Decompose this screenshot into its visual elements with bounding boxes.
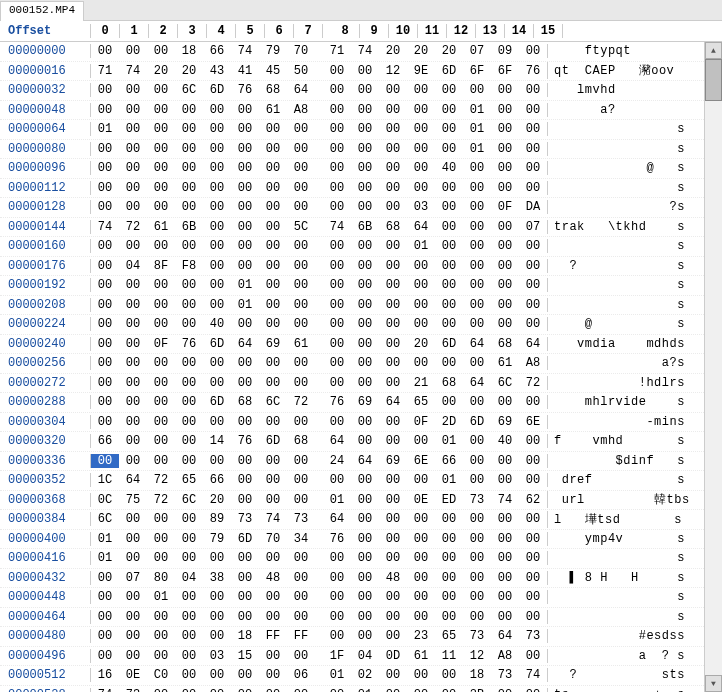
hex-cell[interactable]: 00 [435, 122, 463, 136]
hex-cell[interactable]: 00 [175, 415, 203, 429]
file-tab[interactable]: 000152.MP4 [0, 1, 84, 21]
hex-cell[interactable]: 65 [435, 629, 463, 643]
hex-cell[interactable]: 61 [259, 103, 287, 117]
hex-cell[interactable]: 00 [435, 239, 463, 253]
hex-cell[interactable]: 20 [407, 337, 435, 351]
hex-cell[interactable]: 6D [203, 395, 231, 409]
hex-cell[interactable]: 00 [203, 610, 231, 624]
hex-cell[interactable]: 6C [91, 512, 119, 526]
hex-cell[interactable]: 0F [147, 337, 175, 351]
hex-cell[interactable]: 00 [259, 688, 287, 692]
hex-cell[interactable]: 64 [323, 512, 351, 526]
hex-cell[interactable]: 2B [463, 688, 491, 692]
hex-cell[interactable]: 8F [147, 259, 175, 273]
hex-cell[interactable]: 71 [91, 64, 119, 78]
hex-cell[interactable]: 00 [323, 376, 351, 390]
hex-cell[interactable]: 6C [491, 376, 519, 390]
hex-cell[interactable]: 76 [519, 64, 547, 78]
hex-cell[interactable]: 00 [407, 83, 435, 97]
hex-cell[interactable]: 00 [519, 454, 547, 468]
hex-cell[interactable]: 00 [379, 142, 407, 156]
hex-cell[interactable]: 00 [231, 181, 259, 195]
hex-cell[interactable]: 00 [231, 220, 259, 234]
hex-cell[interactable]: 00 [203, 181, 231, 195]
hex-cell[interactable]: 00 [463, 571, 491, 585]
hex-cell[interactable]: 00 [323, 551, 351, 565]
hex-cell[interactable]: 00 [407, 122, 435, 136]
hex-cell[interactable]: 20 [435, 44, 463, 58]
hex-row[interactable]: 000001447472616B0000005C746B686400000007… [0, 218, 722, 238]
hex-cell[interactable]: 00 [379, 668, 407, 682]
hex-cell[interactable]: 00 [175, 532, 203, 546]
hex-cell[interactable]: 00 [119, 512, 147, 526]
hex-cell[interactable]: 00 [519, 298, 547, 312]
hex-cell[interactable]: 00 [463, 454, 491, 468]
hex-cell[interactable]: 00 [119, 298, 147, 312]
hex-cell[interactable]: 74 [119, 64, 147, 78]
hex-cell[interactable]: 00 [519, 83, 547, 97]
hex-cell[interactable]: 00 [287, 259, 315, 273]
hex-cell[interactable]: 00 [175, 551, 203, 565]
hex-cell[interactable]: 73 [463, 493, 491, 507]
hex-cell[interactable]: 00 [231, 668, 259, 682]
hex-cell[interactable]: 61 [407, 649, 435, 663]
hex-cell[interactable]: 68 [259, 83, 287, 97]
hex-cell[interactable]: 00 [203, 220, 231, 234]
hex-cell[interactable]: 00 [407, 356, 435, 370]
hex-cell[interactable]: 00 [203, 200, 231, 214]
ascii-cell[interactable]: s [547, 278, 722, 292]
hex-cell[interactable]: 00 [435, 668, 463, 682]
hex-cell[interactable]: 00 [491, 181, 519, 195]
hex-cell[interactable]: 66 [203, 44, 231, 58]
hex-cell[interactable]: 00 [287, 142, 315, 156]
hex-cell[interactable]: 74 [519, 668, 547, 682]
hex-cell[interactable]: 00 [407, 571, 435, 585]
hex-cell[interactable]: 00 [147, 161, 175, 175]
hex-cell[interactable]: 70 [259, 532, 287, 546]
hex-cell[interactable]: 00 [351, 83, 379, 97]
hex-cell[interactable]: 00 [435, 532, 463, 546]
hex-cell[interactable]: 00 [351, 629, 379, 643]
hex-cell[interactable]: 65 [407, 395, 435, 409]
hex-cell[interactable]: 00 [407, 532, 435, 546]
hex-cell[interactable]: 01 [407, 239, 435, 253]
hex-cell[interactable]: 00 [147, 298, 175, 312]
hex-cell[interactable]: 00 [407, 512, 435, 526]
hex-cell[interactable]: 00 [91, 181, 119, 195]
hex-cell[interactable]: 00 [119, 454, 147, 468]
hex-cell[interactable]: 07 [519, 220, 547, 234]
hex-cell[interactable]: 20 [147, 64, 175, 78]
hex-cell[interactable]: 00 [91, 376, 119, 390]
hex-cell[interactable]: 01 [91, 122, 119, 136]
hex-cell[interactable]: 6D [203, 83, 231, 97]
hex-cell[interactable]: 00 [231, 122, 259, 136]
hex-cell[interactable]: 00 [351, 512, 379, 526]
hex-cell[interactable]: 00 [259, 122, 287, 136]
hex-cell[interactable]: 00 [435, 512, 463, 526]
hex-cell[interactable]: 03 [407, 200, 435, 214]
hex-cell[interactable]: 00 [379, 298, 407, 312]
hex-cell[interactable]: 00 [323, 103, 351, 117]
hex-cell[interactable]: 00 [463, 239, 491, 253]
hex-cell[interactable]: 00 [287, 571, 315, 585]
hex-cell[interactable]: 5C [287, 220, 315, 234]
hex-cell[interactable]: 64 [463, 337, 491, 351]
hex-cell[interactable]: 00 [287, 551, 315, 565]
hex-cell[interactable]: 00 [463, 434, 491, 448]
ascii-cell[interactable]: mhlrvide s [547, 395, 722, 409]
hex-cell[interactable]: 6D [231, 532, 259, 546]
hex-cell[interactable]: 23 [407, 629, 435, 643]
hex-cell[interactable]: 01 [435, 434, 463, 448]
hex-cell[interactable]: 0F [407, 415, 435, 429]
hex-cell[interactable]: 20 [175, 64, 203, 78]
hex-cell[interactable]: 76 [323, 532, 351, 546]
hex-cell[interactable]: 00 [379, 200, 407, 214]
hex-cell[interactable]: 00 [175, 356, 203, 370]
hex-cell[interactable]: 00 [407, 278, 435, 292]
hex-cell[interactable]: 00 [231, 142, 259, 156]
ascii-cell[interactable]: s [547, 551, 722, 565]
hex-row[interactable]: 0000044800000100000000000000000000000000… [0, 588, 722, 608]
hex-cell[interactable]: 00 [147, 181, 175, 195]
hex-cell[interactable]: 00 [491, 103, 519, 117]
hex-cell[interactable]: 00 [91, 142, 119, 156]
